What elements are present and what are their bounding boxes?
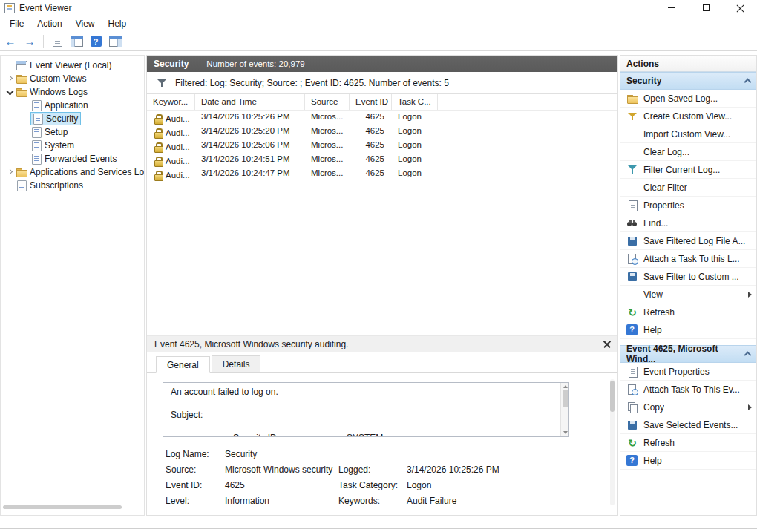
- show-console-tree-button[interactable]: [68, 33, 85, 50]
- tree-item-label: System: [45, 140, 74, 151]
- action-copy[interactable]: Copy: [620, 398, 756, 416]
- tree-item-windows-logs[interactable]: Windows Logs: [1, 85, 144, 99]
- menu-view[interactable]: View: [69, 16, 102, 31]
- help-button[interactable]: ?: [87, 33, 105, 50]
- submenu-arrow-icon: [748, 404, 752, 410]
- cell-task-category: Logon: [392, 139, 438, 153]
- action-event-help[interactable]: ? Help: [620, 452, 756, 470]
- close-button[interactable]: [723, 0, 757, 16]
- actions-section-security[interactable]: Security: [620, 72, 756, 90]
- tree-item-system[interactable]: System: [1, 139, 144, 152]
- column-header-event-id[interactable]: Event ID: [350, 94, 392, 110]
- action-import-custom-view[interactable]: Import Custom View...: [620, 125, 756, 143]
- event-row[interactable]: Audi... 3/14/2026 10:25:26 PM Micros... …: [147, 111, 617, 125]
- detail-vertical-scrollbar[interactable]: [610, 379, 615, 505]
- action-view[interactable]: View: [620, 286, 756, 303]
- tree-item-custom-views[interactable]: Custom Views: [1, 72, 144, 85]
- action-label: View: [643, 289, 663, 300]
- log-title: Security: [154, 59, 189, 69]
- action-clear-log[interactable]: Clear Log...: [620, 143, 756, 161]
- action-label: Create Custom View...: [643, 111, 732, 122]
- minimize-icon: [668, 7, 675, 8]
- scroll-thumb[interactable]: [610, 381, 615, 412]
- tab-general[interactable]: General: [156, 356, 210, 373]
- collapse-chevron-icon[interactable]: [744, 79, 752, 86]
- tree-item-setup[interactable]: Setup: [1, 125, 144, 139]
- action-refresh[interactable]: ↻ Refresh: [620, 303, 756, 321]
- action-save-selected-events[interactable]: Save Selected Events...: [620, 416, 756, 434]
- column-header-source[interactable]: Source: [305, 94, 350, 110]
- action-label: Copy: [643, 402, 664, 413]
- menu-action[interactable]: Action: [30, 16, 68, 31]
- field-value: 4625: [225, 480, 338, 490]
- back-button[interactable]: ←: [1, 33, 19, 50]
- action-label: Clear Filter: [643, 183, 687, 193]
- chevron-down-icon[interactable]: [4, 86, 16, 98]
- maximize-button[interactable]: [689, 0, 723, 16]
- log-view-panel: Security Number of events: 20,979 Filter…: [146, 55, 618, 516]
- tree-item-forwarded-events[interactable]: Forwarded Events: [1, 152, 144, 165]
- tree-item-application[interactable]: Application: [1, 99, 144, 112]
- export-button[interactable]: [48, 33, 66, 50]
- column-header-date[interactable]: Date and Time: [195, 94, 305, 110]
- action-attach-task-to-event[interactable]: Attach Task To This Ev...: [620, 381, 756, 398]
- event-row[interactable]: Audi... 3/14/2026 10:24:51 PM Micros... …: [147, 153, 617, 167]
- action-attach-task-to-log[interactable]: Attach a Task To this L...: [620, 250, 756, 268]
- chevron-right-icon[interactable]: [4, 73, 16, 85]
- tree-horizontal-scrollbar[interactable]: [3, 505, 122, 509]
- cell-task-category: Logon: [392, 153, 438, 167]
- action-save-filter-to-custom-view[interactable]: Save Filter to Custom ...: [620, 268, 756, 286]
- event-description-box[interactable]: An account failed to log on. Subject: Se…: [163, 382, 569, 437]
- close-preview-icon[interactable]: [603, 340, 612, 349]
- tree-item-label: Forwarded Events: [45, 154, 117, 164]
- event-row[interactable]: Audi... 3/14/2026 10:25:20 PM Micros... …: [147, 125, 617, 139]
- action-event-refresh[interactable]: ↻ Refresh: [620, 434, 756, 452]
- action-find[interactable]: Find...: [620, 214, 756, 232]
- find-icon: [626, 217, 638, 229]
- folder-icon: [16, 73, 27, 85]
- action-label: Attach Task To This Ev...: [643, 384, 740, 395]
- action-filter-current-log[interactable]: Filter Current Log...: [620, 161, 756, 179]
- minimize-button[interactable]: [655, 0, 689, 16]
- scroll-up-icon[interactable]: [563, 385, 568, 388]
- properties-icon: [626, 366, 638, 378]
- show-action-pane-button[interactable]: [106, 33, 124, 50]
- cell-source: Micros...: [305, 139, 350, 153]
- action-event-properties[interactable]: Event Properties: [620, 363, 756, 381]
- tree-item-security[interactable]: Security: [1, 112, 144, 125]
- event-row[interactable]: Audi... 3/14/2026 10:24:47 PM Micros... …: [147, 167, 617, 181]
- audit-failure-lock-icon: [154, 157, 163, 165]
- tree-item-label: Custom Views: [30, 73, 86, 84]
- tree-root[interactable]: Event Viewer (Local): [1, 59, 144, 72]
- action-clear-filter[interactable]: Clear Filter: [620, 179, 756, 197]
- scroll-thumb[interactable]: [563, 390, 568, 407]
- field-value: Information: [225, 496, 338, 506]
- action-help[interactable]: ? Help: [620, 321, 756, 339]
- tree-item-subscriptions[interactable]: Subscriptions: [1, 179, 144, 192]
- cell-datetime: 3/14/2026 10:25:26 PM: [195, 111, 305, 125]
- cell-datetime: 3/14/2026 10:25:06 PM: [195, 139, 305, 153]
- chevron-right-icon[interactable]: [4, 166, 16, 178]
- action-label: Filter Current Log...: [643, 165, 720, 175]
- event-row[interactable]: Audi... 3/14/2026 10:25:06 PM Micros... …: [147, 139, 617, 153]
- actions-section-event[interactable]: Event 4625, Microsoft Wind...: [620, 345, 756, 363]
- action-create-custom-view[interactable]: Create Custom View...: [620, 108, 756, 125]
- tree-item-applications-and-services[interactable]: Applications and Services Lo: [1, 165, 144, 179]
- action-open-saved-log[interactable]: Open Saved Log...: [620, 90, 756, 108]
- action-save-filtered-log[interactable]: Save Filtered Log File A...: [620, 232, 756, 250]
- column-header-task-category[interactable]: Task C...: [392, 94, 438, 110]
- save-icon: [626, 271, 638, 283]
- scroll-down-icon[interactable]: [563, 431, 568, 434]
- submenu-arrow-icon: [748, 292, 752, 298]
- description-scrollbar[interactable]: [560, 383, 568, 436]
- menu-help[interactable]: Help: [102, 16, 134, 31]
- action-properties[interactable]: Properties: [620, 197, 756, 214]
- cell-source: Micros...: [305, 153, 350, 167]
- description-line: An account failed to log on.: [171, 387, 558, 398]
- tab-details[interactable]: Details: [212, 355, 261, 372]
- menu-file[interactable]: File: [3, 16, 30, 31]
- column-header-keywords[interactable]: Keywor...: [147, 94, 195, 110]
- action-label: Attach a Task To this L...: [643, 254, 740, 264]
- cell-event-id: 4625: [350, 125, 392, 139]
- forward-button[interactable]: →: [21, 33, 39, 50]
